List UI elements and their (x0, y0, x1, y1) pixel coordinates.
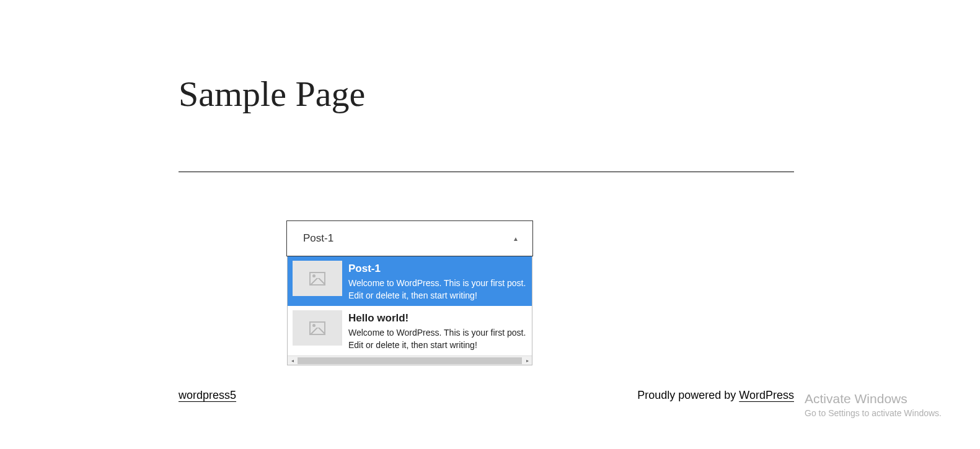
dropdown-item-post-1[interactable]: Post-1 Welcome to WordPress. This is you… (288, 256, 532, 306)
chevron-up-icon: ▲ (513, 235, 519, 242)
scroll-thumb[interactable] (298, 357, 522, 364)
scroll-right-icon[interactable]: ▸ (523, 356, 532, 365)
content-divider (179, 172, 794, 172)
dropdown-item-description: Welcome to WordPress. This is your first… (348, 277, 527, 302)
site-home-link[interactable]: wordpress5 (179, 389, 236, 402)
dropdown-selected-value: Post-1 (303, 232, 333, 245)
wordpress-link[interactable]: WordPress (739, 389, 794, 401)
horizontal-scrollbar[interactable]: ◂ ▸ (288, 355, 532, 365)
dropdown-item-title: Hello world! (348, 312, 527, 325)
dropdown-item-hello-world[interactable]: Hello world! Welcome to WordPress. This … (288, 306, 532, 355)
dropdown-select[interactable]: Post-1 ▲ (286, 220, 533, 256)
thumbnail-placeholder-icon (293, 310, 342, 346)
powered-by-text: Proudly powered by WordPress (637, 389, 794, 402)
watermark-title: Activate Windows (805, 391, 942, 406)
page-footer: wordpress5 Proudly powered by WordPress (179, 389, 794, 402)
powered-by-label: Proudly powered by (637, 389, 739, 401)
dropdown-item-title: Post-1 (348, 263, 527, 275)
page-title: Sample Page (179, 73, 365, 115)
watermark-subtitle: Go to Settings to activate Windows. (805, 408, 942, 418)
scroll-left-icon[interactable]: ◂ (288, 356, 297, 365)
windows-activation-watermark: Activate Windows Go to Settings to activ… (805, 391, 942, 418)
thumbnail-placeholder-icon (293, 261, 342, 296)
dropdown-list: Post-1 Welcome to WordPress. This is you… (287, 256, 532, 365)
post-dropdown: Post-1 ▲ Post-1 Welcome to WordPress. Th… (286, 220, 533, 365)
dropdown-item-text: Hello world! Welcome to WordPress. This … (348, 310, 527, 351)
dropdown-item-description: Welcome to WordPress. This is your first… (348, 327, 527, 351)
dropdown-item-text: Post-1 Welcome to WordPress. This is you… (348, 261, 527, 302)
